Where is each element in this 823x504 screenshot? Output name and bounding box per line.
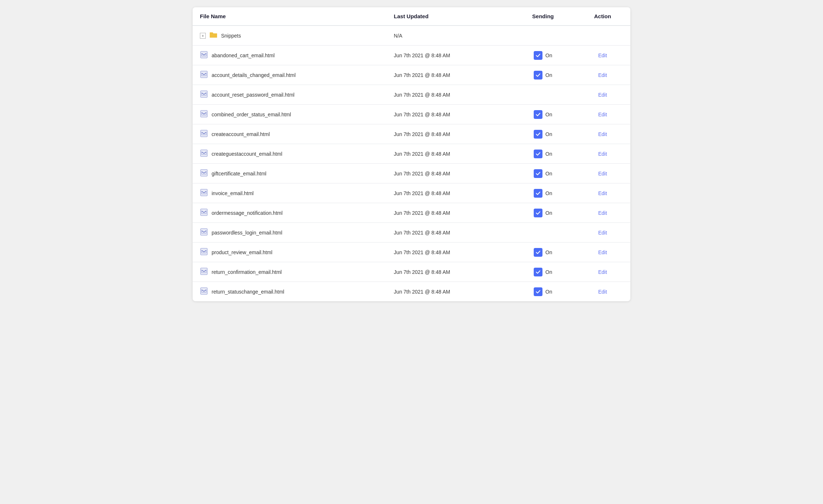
file-name-text: abandoned_cart_email.html	[212, 53, 275, 58]
edit-link[interactable]: Edit	[598, 289, 607, 295]
sending-checkbox[interactable]	[534, 189, 542, 198]
edit-link[interactable]: Edit	[598, 230, 607, 236]
sending-cell[interactable]: On	[511, 105, 575, 124]
edit-link[interactable]: Edit	[598, 92, 607, 98]
table-header-row: File Name Last Updated Sending Action	[193, 7, 630, 26]
sending-cell[interactable]: On	[511, 65, 575, 85]
action-cell: Edit	[575, 85, 630, 105]
action-cell: Edit	[575, 282, 630, 302]
last-updated-cell: Jun 7th 2021 @ 8:48 AM	[387, 105, 511, 124]
last-updated-cell: N/A	[387, 26, 511, 46]
sending-cell[interactable]: On	[511, 144, 575, 164]
file-icon	[200, 129, 208, 139]
file-name-text: combined_order_status_email.html	[212, 112, 291, 117]
file-name-cell: createguestaccount_email.html	[193, 144, 387, 164]
file-name-text: account_reset_password_email.html	[212, 92, 294, 98]
file-icon	[200, 208, 208, 217]
table-row: passwordless_login_email.htmlJun 7th 202…	[193, 223, 630, 243]
edit-link[interactable]: Edit	[598, 53, 607, 58]
edit-link[interactable]: Edit	[598, 171, 607, 177]
edit-link[interactable]: Edit	[598, 131, 607, 137]
file-icon	[200, 189, 208, 198]
action-cell: Edit	[575, 262, 630, 282]
action-cell	[575, 26, 630, 46]
file-name-cell: return_statuschange_email.html	[193, 282, 387, 302]
sending-cell[interactable]: On	[511, 203, 575, 223]
file-icon	[200, 110, 208, 119]
file-name-cell: giftcertificate_email.html	[193, 164, 387, 183]
last-updated-cell: Jun 7th 2021 @ 8:48 AM	[387, 262, 511, 282]
file-name-cell: createaccount_email.html	[193, 124, 387, 144]
sending-on-label: On	[545, 53, 552, 58]
expand-icon[interactable]: +	[200, 33, 206, 39]
sending-checkbox[interactable]	[534, 150, 542, 158]
file-name-cell: account_details_changed_email.html	[193, 65, 387, 85]
file-name-cell: passwordless_login_email.html	[193, 223, 387, 243]
col-header-filename: File Name	[193, 7, 387, 26]
last-updated-cell: Jun 7th 2021 @ 8:48 AM	[387, 243, 511, 262]
table-row: account_reset_password_email.htmlJun 7th…	[193, 85, 630, 105]
last-updated-cell: Jun 7th 2021 @ 8:48 AM	[387, 65, 511, 85]
file-icon	[200, 228, 208, 237]
sending-checkbox[interactable]	[534, 51, 542, 60]
file-name-text: invoice_email.html	[212, 190, 254, 196]
file-name-text: return_confirmation_email.html	[212, 269, 282, 275]
file-icon	[200, 51, 208, 60]
action-cell: Edit	[575, 144, 630, 164]
sending-checkbox[interactable]	[534, 71, 542, 80]
table-row: + SnippetsN/A	[193, 26, 630, 46]
edit-link[interactable]: Edit	[598, 249, 607, 255]
file-name-cell: ordermessage_notification.html	[193, 203, 387, 223]
file-name-text: product_review_email.html	[212, 249, 273, 255]
sending-cell[interactable]: On	[511, 124, 575, 144]
sending-on-label: On	[545, 249, 552, 255]
edit-link[interactable]: Edit	[598, 112, 607, 117]
file-icon	[200, 90, 208, 99]
sending-checkbox[interactable]	[534, 268, 542, 276]
file-name-text: return_statuschange_email.html	[212, 289, 284, 295]
file-name-text: account_details_changed_email.html	[212, 72, 295, 78]
file-icon	[200, 149, 208, 158]
table-body: + SnippetsN/A abandoned_cart_email.htmlJ…	[193, 26, 630, 301]
file-icon	[200, 70, 208, 80]
sending-cell[interactable]: On	[511, 46, 575, 65]
sending-cell[interactable]: On	[511, 183, 575, 203]
sending-checkbox[interactable]	[534, 248, 542, 257]
sending-checkbox[interactable]	[534, 209, 542, 217]
edit-link[interactable]: Edit	[598, 72, 607, 78]
table-row: product_review_email.htmlJun 7th 2021 @ …	[193, 243, 630, 262]
file-name-cell: + Snippets	[193, 26, 387, 46]
sending-on-label: On	[545, 112, 552, 117]
action-cell: Edit	[575, 65, 630, 85]
file-name-cell: account_reset_password_email.html	[193, 85, 387, 105]
sending-cell[interactable]: On	[511, 243, 575, 262]
edit-link[interactable]: Edit	[598, 190, 607, 196]
edit-link[interactable]: Edit	[598, 151, 607, 157]
sending-cell[interactable]: On	[511, 164, 575, 183]
file-name-text: Snippets	[221, 33, 241, 39]
sending-checkbox[interactable]	[534, 169, 542, 178]
sending-on-label: On	[545, 131, 552, 137]
sending-cell[interactable]: On	[511, 282, 575, 302]
sending-cell	[511, 223, 575, 243]
table-row: invoice_email.htmlJun 7th 2021 @ 8:48 AM…	[193, 183, 630, 203]
last-updated-cell: Jun 7th 2021 @ 8:48 AM	[387, 282, 511, 302]
file-table-container: File Name Last Updated Sending Action + …	[193, 7, 630, 301]
sending-cell[interactable]: On	[511, 262, 575, 282]
sending-checkbox[interactable]	[534, 287, 542, 296]
last-updated-cell: Jun 7th 2021 @ 8:48 AM	[387, 203, 511, 223]
file-name-text: createguestaccount_email.html	[212, 151, 282, 157]
sending-on-label: On	[545, 72, 552, 78]
last-updated-cell: Jun 7th 2021 @ 8:48 AM	[387, 223, 511, 243]
action-cell: Edit	[575, 105, 630, 124]
file-table: File Name Last Updated Sending Action + …	[193, 7, 630, 301]
last-updated-cell: Jun 7th 2021 @ 8:48 AM	[387, 124, 511, 144]
sending-on-label: On	[545, 190, 552, 196]
sending-checkbox[interactable]	[534, 110, 542, 119]
table-row: account_details_changed_email.htmlJun 7t…	[193, 65, 630, 85]
edit-link[interactable]: Edit	[598, 269, 607, 275]
table-row: combined_order_status_email.htmlJun 7th …	[193, 105, 630, 124]
sending-checkbox[interactable]	[534, 130, 542, 139]
edit-link[interactable]: Edit	[598, 210, 607, 216]
file-name-cell: product_review_email.html	[193, 243, 387, 262]
